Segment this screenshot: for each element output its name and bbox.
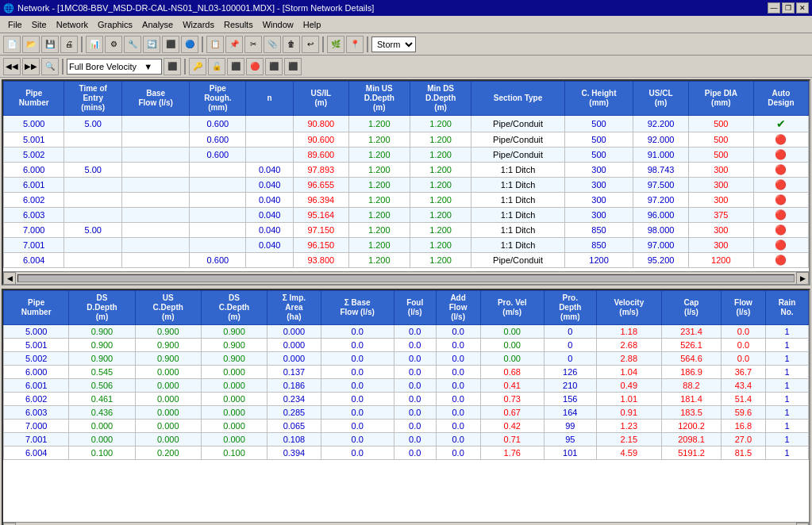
tb-btn-13[interactable]: ✂ (244, 36, 262, 53)
restore-button[interactable]: ❐ (782, 2, 795, 13)
table-row: 1.200 (348, 163, 410, 178)
new-btn[interactable]: 📄 (3, 36, 21, 53)
bscroll-right-btn[interactable]: ▶ (796, 523, 809, 526)
table-row (121, 238, 189, 253)
tb-btn-7[interactable]: 🔧 (124, 36, 141, 53)
print-btn[interactable]: 🖨 (60, 36, 78, 53)
tb2-btn-8[interactable]: 🔴 (246, 58, 264, 75)
save-btn[interactable]: 💾 (41, 36, 59, 53)
top-scrollbar-h[interactable]: ◀ ▶ (3, 271, 809, 284)
table-row: 0.0 (436, 352, 480, 366)
table-row: 0.73 (480, 393, 544, 406)
tb-btn-10[interactable]: 🔵 (181, 36, 198, 53)
table-row: 0.000 (135, 433, 201, 446)
menu-help[interactable]: Help (298, 18, 326, 31)
table-row: 1.200 (410, 193, 471, 208)
tb2-btn-6[interactable]: 🔓 (208, 58, 225, 75)
tb2-btn-7[interactable]: ⬛ (227, 58, 244, 75)
bottom-scrollbar-h[interactable]: ◀ ▶ (3, 522, 809, 525)
table-row (190, 223, 246, 238)
bscroll-left-btn[interactable]: ◀ (3, 523, 16, 526)
table-row: 90.800 (293, 116, 348, 132)
app-icon: 🌐 (3, 3, 14, 13)
scroll-left-btn[interactable]: ◀ (3, 272, 16, 285)
table-row: 7.000 (4, 420, 69, 433)
scroll-track[interactable] (17, 274, 795, 282)
table-row: 564.6 (661, 352, 721, 366)
window-controls[interactable]: — ❐ ✕ (768, 2, 809, 13)
table-row (121, 148, 189, 163)
table-row: 0.900 (69, 339, 135, 352)
tb2-btn-3[interactable]: 🔍 (41, 58, 59, 75)
menu-results[interactable]: Results (219, 18, 258, 31)
table-row: 7.001 (4, 238, 64, 253)
menu-site[interactable]: Site (27, 18, 52, 31)
scroll-right-btn[interactable]: ▶ (796, 272, 809, 285)
tb-btn-6[interactable]: ⚙ (105, 36, 122, 53)
table-row: 5.002 (4, 148, 64, 163)
menu-analyse[interactable]: Analyse (137, 18, 178, 31)
table-row: 0.000 (135, 420, 201, 433)
table-row: 0.900 (69, 325, 135, 339)
tb-btn-8[interactable]: 🔄 (143, 36, 160, 53)
close-button[interactable]: ✕ (796, 2, 809, 13)
tb-btn-18[interactable]: 📍 (346, 36, 364, 53)
tb2-btn-4[interactable]: ⬛ (164, 58, 181, 75)
storm-select[interactable]: Storm (371, 36, 416, 52)
table-row (121, 253, 189, 268)
menu-network[interactable]: Network (52, 18, 93, 31)
tb2-btn-1[interactable]: ◀◀ (3, 58, 21, 75)
table-row: 0.0 (321, 446, 394, 460)
auto-design-icon: 🔴 (753, 132, 808, 148)
tb-btn-15[interactable]: 🗑 (283, 36, 300, 53)
auto-design-icon: 🔴 (753, 178, 808, 193)
table-row: 500 (688, 132, 753, 148)
table-row (121, 132, 189, 148)
table-row: 1 (765, 446, 808, 460)
tb-btn-17[interactable]: 🌿 (327, 36, 344, 53)
top-table-container[interactable]: PipeNumber Time ofEntry(mins) BaseFlow (… (3, 81, 809, 271)
table-row: 97.150 (293, 223, 348, 238)
minimize-button[interactable]: — (768, 2, 780, 13)
table-row: 0.0 (394, 433, 436, 446)
toolbar-1: 📄 📂 💾 🖨 📊 ⚙ 🔧 🔄 ⬛ 🔵 📋 📌 ✂ 📎 🗑 ↩ 🌿 📍 Stor… (0, 33, 812, 56)
table-row: 1200.2 (661, 420, 721, 433)
table-row (64, 193, 121, 208)
table-row: 231.4 (661, 325, 721, 339)
menu-graphics[interactable]: Graphics (93, 18, 137, 31)
table-row: 0.0 (436, 420, 480, 433)
table-row: 0.600 (190, 132, 246, 148)
table-row: 101 (544, 446, 596, 460)
menu-window[interactable]: Window (258, 18, 298, 31)
table-row: 7.001 (4, 433, 69, 446)
tb-btn-5[interactable]: 📊 (86, 36, 103, 53)
table-row: 181.4 (661, 393, 721, 406)
bth-sigma-imp: Σ Imp.Area(ha) (267, 291, 321, 325)
table-row: 500 (564, 116, 633, 132)
tb2-btn-5[interactable]: 🔑 (189, 58, 206, 75)
table-row: 89.600 (293, 148, 348, 163)
table-row: 164 (544, 406, 596, 420)
table-row: 375 (688, 208, 753, 223)
tb-btn-12[interactable]: 📌 (225, 36, 243, 53)
bottom-table-container[interactable]: PipeNumber DSD.Depth(m) USC.Depth(m) DSC… (3, 290, 809, 522)
menu-file[interactable]: File (3, 18, 27, 31)
table-row: 300 (688, 223, 753, 238)
table-row: 4.59 (596, 446, 661, 460)
tb-btn-11[interactable]: 📋 (206, 36, 224, 53)
table-row: 1:1 Ditch (471, 178, 565, 193)
tb2-btn-2[interactable]: ▶▶ (22, 58, 40, 75)
table-row: 300 (564, 208, 633, 223)
table-row: 81.5 (722, 446, 766, 460)
tb-btn-9[interactable]: ⬛ (162, 36, 179, 53)
tb-btn-16[interactable]: ↩ (302, 36, 319, 53)
flow-type-select[interactable]: Full Bore Velocity ▼ (67, 59, 162, 75)
open-btn[interactable]: 📂 (22, 36, 40, 53)
table-row: 0.461 (69, 393, 135, 406)
tb2-btn-9[interactable]: ⬛ (265, 58, 283, 75)
table-row: Pipe/Conduit (471, 253, 565, 268)
tb-btn-14[interactable]: 📎 (264, 36, 281, 53)
table-row: 6.003 (4, 406, 69, 420)
menu-wizards[interactable]: Wizards (178, 18, 219, 31)
tb2-btn-10[interactable]: ⬛ (284, 58, 302, 75)
